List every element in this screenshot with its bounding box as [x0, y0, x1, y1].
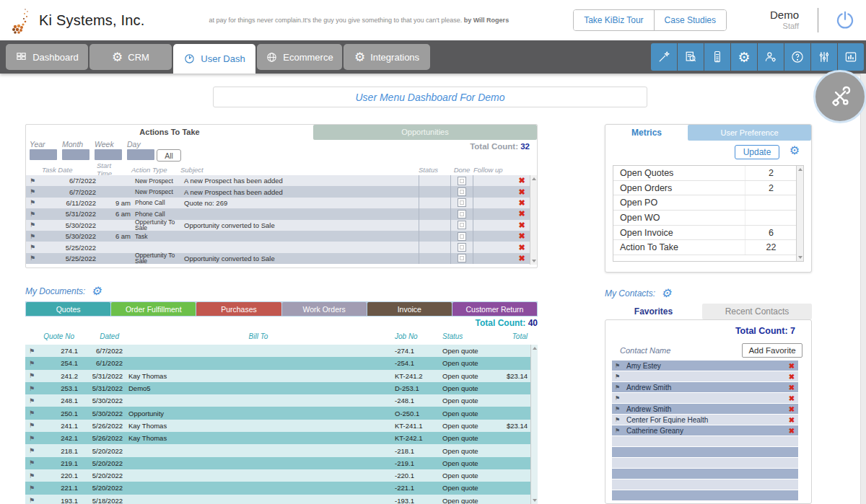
metrics-scrollbar[interactable]: [796, 166, 803, 261]
tab-recent-contacts[interactable]: Recent Contacts: [702, 304, 812, 319]
contact-row[interactable]: ⚑ Andrew Smith ✖: [612, 382, 798, 393]
quote-row[interactable]: ⚑ 241.1 5/26/2022 Kay Thomas KT-241.1 Op…: [25, 420, 538, 432]
delete-task-icon[interactable]: ✖: [514, 176, 530, 185]
task-row[interactable]: ⚑ 6/11/2022 9 am Phone Call Quote no: 26…: [26, 198, 537, 208]
document-tab[interactable]: Work Orders: [282, 302, 367, 316]
task-row[interactable]: ⚑ 5/30/2022 Oppertunity To Sale Opportun…: [26, 220, 537, 231]
metric-row[interactable]: Open PO: [613, 195, 797, 211]
magic-wand-icon[interactable]: [651, 43, 677, 71]
task-row[interactable]: ⚑ 5/30/2022 6 am Task ✖: [26, 231, 537, 242]
done-checkbox[interactable]: [458, 177, 466, 185]
quote-row[interactable]: ⚑ 274.1 6/7/2022 -274.1 Open quote: [25, 345, 538, 357]
case-studies-button[interactable]: Case Studies: [655, 10, 726, 30]
contact-row[interactable]: ⚑ ✖: [612, 393, 798, 404]
quote-row[interactable]: ⚑ 248.1 5/30/2022 -248.1 Open quote: [25, 394, 538, 407]
contact-row[interactable]: ⚑ Andrew Smith ✖: [612, 404, 798, 415]
contact-row[interactable]: ⚑ Catherine Greany ✖: [612, 425, 798, 436]
delete-task-icon[interactable]: ✖: [514, 243, 530, 252]
delete-task-icon[interactable]: ✖: [514, 198, 530, 208]
remove-favorite-icon[interactable]: ✖: [785, 373, 798, 381]
metric-row[interactable]: Open Quotes 2: [613, 166, 797, 181]
update-button[interactable]: Update: [735, 145, 779, 159]
quotes-scrollbar[interactable]: [530, 345, 538, 504]
done-checkbox[interactable]: [458, 210, 466, 218]
metric-row[interactable]: Action To Take 22: [613, 240, 797, 255]
tab-ecommerce[interactable]: Ecommerce: [257, 44, 342, 70]
document-tab[interactable]: Customer Return: [452, 302, 537, 316]
filter-box[interactable]: [95, 149, 122, 160]
contact-row[interactable]: ⚑ ✖: [612, 371, 798, 382]
done-checkbox[interactable]: [458, 232, 466, 241]
invoice-search-icon[interactable]: [678, 43, 704, 71]
tab-dashboard[interactable]: Dashboard: [6, 44, 88, 70]
quote-row[interactable]: ⚑ 221.1 5/20/2022 -221.1 Open quote: [25, 482, 538, 494]
bar-chart-icon[interactable]: [838, 43, 864, 71]
quote-row[interactable]: ⚑ 193.1 5/18/2022 -193.1 Open quote: [25, 495, 538, 504]
document-tab[interactable]: Quotes: [26, 302, 110, 316]
document-tab[interactable]: Purchases: [196, 302, 281, 316]
actions-scrollbar[interactable]: [530, 175, 537, 265]
done-checkbox[interactable]: [458, 254, 466, 262]
quote-row[interactable]: ⚑ 250.1 5/30/2022 Opportunity O-250.1 Op…: [25, 407, 538, 419]
tab-integrations[interactable]: ⚙ Integrations: [344, 44, 430, 70]
tab-favorites[interactable]: Favorites: [605, 304, 702, 319]
metrics-gear-icon[interactable]: ⚙: [790, 145, 800, 156]
delete-task-icon[interactable]: ✖: [514, 209, 530, 218]
quote-row[interactable]: ⚑ 219.1 5/20/2022 -219.1 Open quote: [25, 457, 538, 469]
task-row[interactable]: ⚑ 5/25/2022 ✖: [26, 242, 537, 252]
task-row[interactable]: ⚑ 6/7/2022 New Prospect A new Prospect h…: [26, 175, 537, 186]
user-settings-icon[interactable]: [758, 43, 784, 71]
metric-row[interactable]: Open WO: [613, 211, 797, 226]
filter-box[interactable]: [62, 149, 89, 160]
admin-tools-icon[interactable]: [813, 70, 866, 123]
done-checkbox[interactable]: [458, 198, 466, 207]
task-row[interactable]: ⚑ 5/25/2022 Oppertunity To Sale Opportun…: [26, 253, 537, 264]
quote-row[interactable]: ⚑ 241.2 5/31/2022 Kay Thomas KT-241.2 Op…: [25, 370, 538, 382]
contact-row[interactable]: ⚑ Center For Equine Health ✖: [612, 415, 798, 425]
remove-favorite-icon[interactable]: ✖: [785, 362, 798, 370]
remove-favorite-icon[interactable]: ✖: [785, 416, 798, 424]
filter-all-button[interactable]: All: [157, 149, 181, 162]
tab-user-preference[interactable]: User Preference: [688, 125, 811, 141]
tab-actions-to-take[interactable]: Actions To Take: [26, 125, 313, 140]
delete-task-icon[interactable]: ✖: [514, 187, 530, 197]
task-row[interactable]: ⚑ 6/7/2022 New Prospect A new Prospect h…: [26, 186, 537, 197]
help-icon[interactable]: [784, 43, 810, 71]
delete-task-icon[interactable]: ✖: [514, 254, 530, 263]
tab-metrics[interactable]: Metrics: [605, 125, 688, 141]
tab-crm[interactable]: ⚙ CRM: [89, 44, 172, 70]
page-scrollbar[interactable]: [860, 74, 866, 504]
remove-favorite-icon[interactable]: ✖: [785, 394, 798, 402]
metric-row[interactable]: Open Invoice 6: [613, 226, 797, 241]
done-checkbox[interactable]: [458, 243, 466, 252]
settings-gear-icon[interactable]: ⚙: [731, 43, 757, 71]
done-checkbox[interactable]: [458, 221, 466, 229]
tab-user-dash[interactable]: User Dash: [173, 44, 255, 74]
document-tab[interactable]: Invoice: [367, 302, 452, 316]
documents-gear-icon[interactable]: ⚙: [91, 286, 101, 297]
mobile-phone-icon[interactable]: [704, 43, 730, 71]
filter-box[interactable]: [127, 149, 154, 160]
metric-row[interactable]: Open Orders 2: [613, 181, 797, 196]
quote-row[interactable]: ⚑ 254.1 6/1/2022 -254.1 Open quote: [25, 357, 538, 369]
take-kibiz-tour-button[interactable]: Take KiBiz Tour: [574, 10, 654, 30]
tab-opportunities[interactable]: Opportunities: [313, 125, 537, 140]
remove-favorite-icon[interactable]: ✖: [785, 384, 798, 392]
contact-row[interactable]: ⚑ Amy Estey ✖: [612, 361, 798, 371]
filter-box[interactable]: [30, 149, 57, 160]
task-row[interactable]: ⚑ 5/31/2022 6 am Phone Call ✖: [26, 208, 537, 219]
delete-task-icon[interactable]: ✖: [514, 231, 530, 241]
logout-power-button[interactable]: [834, 9, 856, 31]
quote-row[interactable]: ⚑ 253.1 5/31/2022 Demo5 D-253.1 Open quo…: [25, 382, 538, 394]
delete-task-icon[interactable]: ✖: [514, 221, 530, 230]
document-tab[interactable]: Order Fulfillment: [111, 302, 196, 316]
quote-row[interactable]: ⚑ 218.1 5/20/2022 -218.1 Open quote: [25, 444, 538, 456]
quote-row[interactable]: ⚑ 220.1 5/20/2022 -220.1 Open quote: [25, 469, 538, 482]
contacts-gear-icon[interactable]: ⚙: [661, 288, 671, 299]
remove-favorite-icon[interactable]: ✖: [785, 405, 798, 413]
add-favorite-button[interactable]: Add Favorite: [742, 343, 802, 358]
sliders-icon[interactable]: [811, 43, 837, 71]
remove-favorite-icon[interactable]: ✖: [785, 427, 798, 435]
quote-row[interactable]: ⚑ 242.1 5/26/2022 Kay Thomas KT-242.1 Op…: [25, 432, 538, 444]
done-checkbox[interactable]: [458, 187, 466, 196]
